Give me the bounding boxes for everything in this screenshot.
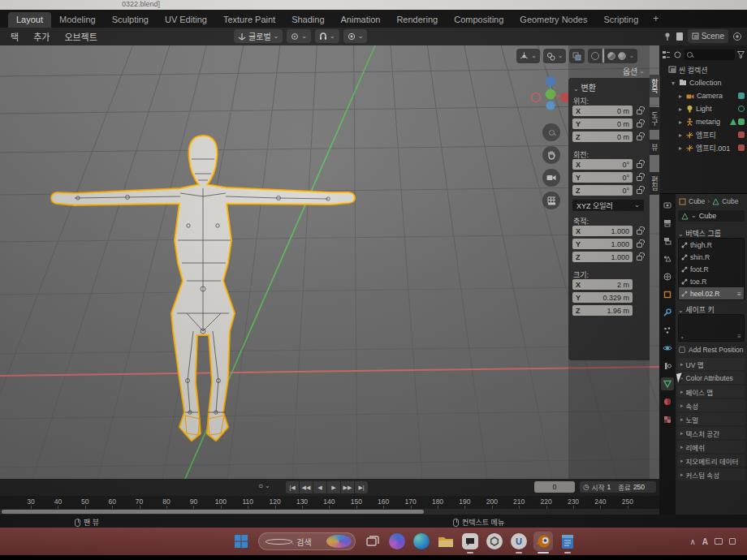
vertex-group-thigh.R[interactable]: thigh.R bbox=[679, 239, 744, 251]
chat-app-button[interactable] bbox=[460, 532, 480, 551]
camera-view-button[interactable] bbox=[542, 169, 560, 187]
play-button[interactable]: ▶ bbox=[327, 481, 340, 493]
n-panel-tab-항목[interactable]: 항목 bbox=[650, 75, 660, 97]
material-properties-tab[interactable] bbox=[661, 395, 674, 408]
section-지오메트리-데이터[interactable]: ▸지오메트리 데이터 bbox=[677, 454, 745, 467]
rotation-mode-dropdown[interactable]: XYZ 오일러 ⌄ bbox=[572, 200, 644, 211]
outliner-item-Camera[interactable]: ▸Camera bbox=[659, 89, 747, 102]
notepad-button[interactable] bbox=[558, 532, 577, 551]
menu-오브젝트[interactable]: 오브젝트 bbox=[57, 30, 104, 43]
transform-orientation-dropdown[interactable]: 글로벌 ⌄ bbox=[234, 29, 283, 43]
character-mesh[interactable] bbox=[52, 136, 354, 440]
pan-button[interactable] bbox=[542, 146, 560, 164]
particles-properties-tab[interactable] bbox=[661, 324, 674, 337]
overlays-dropdown[interactable]: ⌄ bbox=[543, 49, 567, 63]
section-노멀[interactable]: ▸노멀 bbox=[677, 413, 745, 425]
start-button[interactable] bbox=[231, 532, 251, 551]
task-view-button[interactable] bbox=[363, 532, 382, 551]
zoom-button[interactable] bbox=[542, 123, 560, 141]
add-rest-position-row[interactable]: Add Rest Position bbox=[679, 346, 744, 354]
workspace-tab-texture-paint[interactable]: Texture Paint bbox=[215, 12, 283, 28]
viewlayer-properties-tab[interactable] bbox=[661, 235, 674, 248]
prev-keyframe-button[interactable]: ◀◀ bbox=[300, 481, 313, 493]
add-workspace-button[interactable]: + bbox=[646, 11, 665, 28]
timeline-ruler[interactable]: 3040506070809010011012013014015016017018… bbox=[0, 496, 659, 509]
dimensions-x-field[interactable]: X2 m bbox=[572, 279, 633, 290]
workspace-tab-layout[interactable]: Layout bbox=[8, 12, 51, 28]
output-properties-tab[interactable] bbox=[661, 217, 674, 230]
proportional-edit-dropdown[interactable]: ⌄ bbox=[343, 29, 368, 43]
vertex-group-list[interactable]: thigh.Rshin.Rfoot.Rtoe.Rheel.02.R≡ bbox=[678, 238, 745, 300]
transform-panel-header[interactable]: ⌄ 변환 bbox=[573, 81, 596, 93]
scale-z-field[interactable]: Z1.000 bbox=[572, 252, 633, 262]
jump-to-end-button[interactable]: ▶| bbox=[355, 481, 368, 493]
vertex-group-toe.R[interactable]: toe.R bbox=[679, 275, 744, 287]
display-mode-icon[interactable] bbox=[673, 50, 682, 59]
vertex-group-shin.R[interactable]: shin.R bbox=[679, 251, 744, 263]
frame-range-fields[interactable]: ◷ 시작 1 종료 250 bbox=[580, 481, 656, 493]
scene-properties-tab[interactable] bbox=[661, 252, 674, 265]
section-속성[interactable]: ▸속성 bbox=[677, 399, 745, 411]
rotation-x-field[interactable]: X0° bbox=[572, 159, 633, 170]
outliner-item-엠프티[interactable]: ▸엠프티 bbox=[659, 128, 747, 141]
object-properties-tab[interactable] bbox=[661, 288, 674, 301]
start-value[interactable]: 1 bbox=[607, 483, 611, 491]
menu-추가[interactable]: 추가 bbox=[26, 30, 57, 43]
dimensions-y-field[interactable]: Y0.329 m bbox=[572, 292, 633, 303]
section-리메쉬[interactable]: ▸리메쉬 bbox=[677, 441, 745, 453]
perspective-toggle-button[interactable] bbox=[542, 192, 560, 209]
outliner-item-Light[interactable]: ▸Light bbox=[659, 102, 747, 115]
section-Color-Attributes[interactable]: ▸Color Attributes bbox=[677, 372, 745, 384]
location-x-field[interactable]: X0 m bbox=[572, 106, 633, 116]
workspace-tab-animation[interactable]: Animation bbox=[333, 12, 389, 28]
section-페이스-맵[interactable]: ▸페이스 맵 bbox=[677, 386, 745, 398]
taskbar-search[interactable]: 검색 bbox=[258, 532, 356, 550]
snap-dropdown[interactable]: ⌄ bbox=[315, 29, 339, 43]
texture-properties-tab[interactable] bbox=[661, 413, 674, 426]
location-z-field[interactable]: Z0 m bbox=[572, 131, 633, 142]
workspace-tab-sculpting[interactable]: Sculpting bbox=[104, 12, 157, 28]
tool-options-dropdown[interactable]: 옵션 ⌄ bbox=[623, 65, 645, 77]
rotation-y-field[interactable]: Y0° bbox=[572, 172, 633, 183]
lock-icon[interactable] bbox=[637, 110, 642, 114]
workspace-tab-modeling[interactable]: Modeling bbox=[51, 12, 104, 28]
scene-selector[interactable]: Scene bbox=[688, 29, 728, 43]
menu-택[interactable]: 택 bbox=[3, 30, 26, 43]
outliner-scene-collection[interactable]: 씬 컬렉션 bbox=[659, 63, 747, 76]
location-y-field[interactable]: Y0 m bbox=[572, 118, 633, 129]
jump-to-start-button[interactable]: |◀ bbox=[286, 481, 299, 493]
filter-funnel-icon[interactable] bbox=[737, 51, 745, 58]
workspace-tab-uv-editing[interactable]: UV Editing bbox=[157, 12, 215, 28]
3d-viewport[interactable]: ⌄ ⌄ ⌄ bbox=[0, 45, 659, 479]
pin-icon[interactable] bbox=[663, 32, 671, 41]
timeline-scrollbar[interactable] bbox=[0, 509, 659, 515]
rotation-z-field[interactable]: Z0° bbox=[572, 185, 633, 196]
view-layer-icon[interactable] bbox=[732, 32, 742, 41]
vertex-group-heel.02.R[interactable]: heel.02.R≡ bbox=[679, 287, 744, 299]
workspace-tab-shading[interactable]: Shading bbox=[283, 12, 332, 28]
specials-menu-icon[interactable]: ≡ bbox=[737, 333, 741, 340]
n-panel-tab-편집[interactable]: 편집 bbox=[650, 172, 660, 195]
outliner-item-metarig[interactable]: ▸metarig bbox=[659, 115, 747, 128]
mesh-name-field[interactable]: ⌄ Cube bbox=[678, 210, 745, 222]
workspace-tab-rendering[interactable]: Rendering bbox=[388, 12, 446, 28]
workspace-tab-compositing[interactable]: Compositing bbox=[446, 12, 512, 28]
world-properties-tab[interactable] bbox=[661, 270, 674, 283]
chatgpt-button[interactable] bbox=[485, 532, 504, 551]
outliner-item-Collection[interactable]: ▾Collection bbox=[659, 76, 747, 89]
file-explorer-button[interactable] bbox=[436, 532, 456, 551]
lock-icon[interactable] bbox=[637, 163, 642, 168]
blender-button[interactable] bbox=[533, 532, 553, 551]
dimensions-z-field[interactable]: Z1.96 m bbox=[572, 305, 633, 316]
data-properties-tab[interactable] bbox=[661, 377, 674, 390]
next-keyframe-button[interactable]: ▶▶ bbox=[341, 481, 354, 493]
outliner-search-input[interactable] bbox=[684, 50, 735, 60]
vertex-group-foot.R[interactable]: foot.R bbox=[679, 263, 744, 275]
workspace-tab-geometry-nodes[interactable]: Geometry Nodes bbox=[512, 12, 595, 28]
u-app-button[interactable]: U bbox=[509, 532, 529, 551]
outliner-item-엠프티.001[interactable]: ▸엠프티.001 bbox=[659, 141, 747, 154]
render-properties-tab[interactable] bbox=[661, 199, 674, 212]
gizmo-dropdown[interactable]: ⌄ bbox=[516, 49, 540, 63]
play-reverse-button[interactable]: ◀ bbox=[313, 481, 326, 493]
axis-navigation-gizmo[interactable] bbox=[526, 70, 575, 118]
